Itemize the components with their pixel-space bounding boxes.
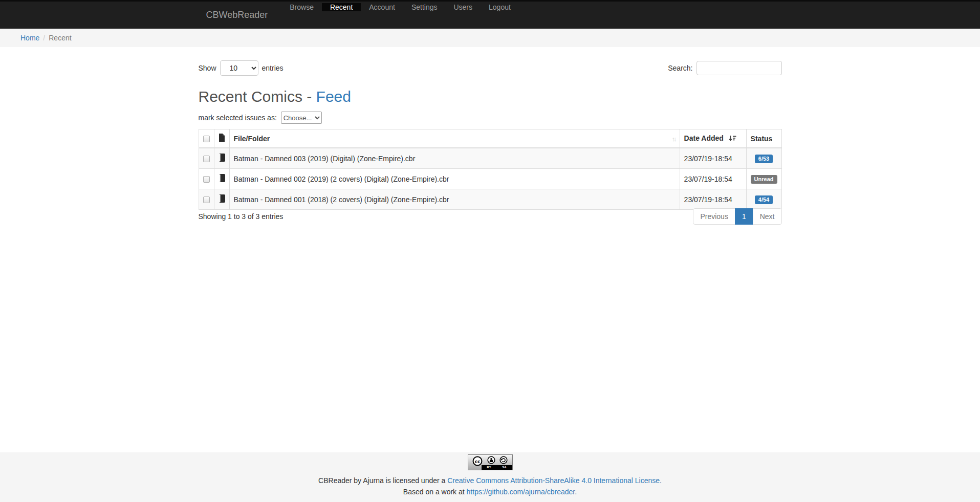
entries-label: entries	[262, 64, 284, 72]
sort-icon: ↑↓	[672, 135, 676, 142]
page-length-control: Show 10 entries	[199, 60, 284, 76]
status-badge: 4/54	[755, 195, 773, 204]
sort-desc-icon	[729, 135, 736, 143]
page-footer: cc BY SA CBReader by Ajurna is licensed …	[0, 452, 980, 502]
book-icon	[219, 196, 225, 204]
top-navbar: CBWebReader Browse Recent Account Settin…	[0, 0, 980, 29]
select-all-header[interactable]	[199, 129, 214, 148]
file-type-header	[214, 129, 229, 148]
row-checkbox[interactable]	[203, 197, 210, 203]
file-name[interactable]: Batman - Damned 001 (2018) (2 covers) (D…	[229, 189, 680, 210]
file-name[interactable]: Batman - Damned 003 (2019) (Digital) (Zo…	[229, 148, 680, 169]
status-badge: Unread	[751, 175, 777, 184]
nav-item-logout[interactable]: Logout	[481, 3, 519, 11]
row-checkbox[interactable]	[203, 176, 210, 183]
breadcrumb-current: Recent	[49, 34, 71, 42]
cc-by-sa-badge[interactable]: cc BY SA	[468, 454, 513, 470]
cc-icon: cc	[472, 456, 483, 466]
breadcrumb-separator: /	[39, 34, 49, 42]
row-checkbox-cell	[199, 189, 214, 210]
date-added: 23/07/19-18:54	[680, 169, 746, 189]
column-header-status: Status	[746, 129, 781, 148]
row-icon-cell	[214, 189, 229, 210]
search-input[interactable]	[696, 61, 782, 75]
search-label: Search:	[668, 64, 692, 72]
table-controls: Show 10 entries Search:	[199, 60, 782, 76]
main-content: Show 10 entries Search: Recent Comics - …	[0, 54, 980, 452]
sa-arrow-icon	[499, 456, 508, 464]
table-row: Batman - Damned 001 (2018) (2 covers) (D…	[199, 189, 781, 210]
navbar-menu: Browse Recent Account Settings Users Log…	[281, 2, 519, 29]
row-checkbox-cell	[199, 169, 214, 189]
row-checkbox-cell	[199, 148, 214, 169]
search-control: Search:	[668, 61, 781, 75]
feed-link[interactable]: Feed	[316, 88, 351, 105]
file-icon	[219, 135, 225, 143]
book-icon	[219, 176, 225, 184]
license-prefix: CBReader by Ajurna is licensed under a	[318, 476, 447, 485]
column-header-file-folder[interactable]: File/Folder ↑↓	[229, 129, 680, 148]
table-footer: Showing 1 to 3 of 3 entries Previous 1 N…	[199, 212, 782, 221]
status-cell: Unread	[746, 169, 781, 189]
cc-by-label: BY	[487, 465, 491, 470]
brand-link[interactable]: CBWebReader	[199, 2, 276, 29]
table-row: Batman - Damned 002 (2019) (2 covers) (D…	[199, 169, 781, 189]
nav-item-users[interactable]: Users	[445, 3, 481, 11]
row-icon-cell	[214, 169, 229, 189]
mark-actions: mark selected issues as: Choose...	[199, 112, 782, 124]
work-prefix: Based on a work at	[403, 488, 467, 496]
svg-text:cc: cc	[475, 459, 481, 464]
show-label: Show	[199, 64, 216, 72]
file-folder-header-label: File/Folder	[234, 135, 270, 143]
pagination-previous[interactable]: Previous	[693, 208, 735, 225]
entries-info: Showing 1 to 3 of 3 entries	[199, 212, 284, 221]
recent-comics-table: File/Folder ↑↓ Date Added Status	[199, 129, 782, 210]
page-title-text: Recent Comics -	[199, 88, 316, 105]
nav-item-account[interactable]: Account	[361, 3, 403, 11]
row-checkbox[interactable]	[203, 156, 210, 162]
work-line: Based on a work at https://github.com/aj…	[0, 487, 980, 497]
date-added: 23/07/19-18:54	[680, 148, 746, 169]
pagination-page-1[interactable]: 1	[735, 208, 753, 225]
nav-item-recent[interactable]: Recent	[322, 3, 361, 11]
pagination: Previous 1 Next	[693, 212, 781, 221]
github-link[interactable]: https://github.com/ajurna/cbreader.	[467, 488, 577, 496]
page-size-select[interactable]: 10	[220, 60, 258, 76]
license-link[interactable]: Creative Commons Attribution-ShareAlike …	[447, 476, 662, 485]
page-title: Recent Comics - Feed	[199, 88, 782, 105]
file-name[interactable]: Batman - Damned 002 (2019) (2 covers) (D…	[229, 169, 680, 189]
cc-strip: BY SA	[482, 465, 512, 470]
page: CBWebReader Browse Recent Account Settin…	[0, 0, 980, 502]
book-icon	[219, 155, 225, 163]
cc-icons: cc	[468, 456, 512, 466]
breadcrumb: Home/Recent	[0, 29, 980, 47]
date-added: 23/07/19-18:54	[680, 189, 746, 210]
mark-label: mark selected issues as:	[199, 114, 277, 122]
nav-item-settings[interactable]: Settings	[403, 3, 446, 11]
mark-select[interactable]: Choose...	[281, 112, 322, 124]
nav-item-browse[interactable]: Browse	[281, 3, 322, 11]
status-cell: 6/53	[746, 148, 781, 169]
date-added-header-label: Date Added	[684, 134, 724, 142]
column-header-date-added[interactable]: Date Added	[680, 129, 746, 148]
select-all-checkbox[interactable]	[203, 136, 210, 142]
cc-sa-label: SA	[502, 465, 506, 470]
table-header-row: File/Folder ↑↓ Date Added Status	[199, 129, 781, 148]
pagination-next[interactable]: Next	[753, 208, 782, 225]
table-row: Batman - Damned 003 (2019) (Digital) (Zo…	[199, 148, 781, 169]
status-badge: 6/53	[755, 155, 773, 163]
breadcrumb-home-link[interactable]: Home	[20, 34, 39, 42]
row-icon-cell	[214, 148, 229, 169]
license-line: CBReader by Ajurna is licensed under a C…	[0, 476, 980, 486]
status-cell: 4/54	[746, 189, 781, 210]
by-person-icon	[487, 456, 495, 464]
